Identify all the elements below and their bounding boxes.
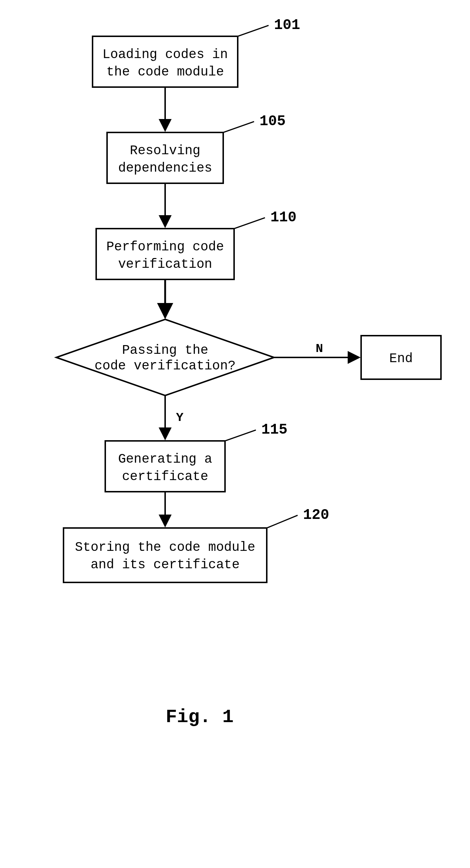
node-101: Loading codes in the code module [93, 36, 238, 87]
node-115: Generating a certificate [105, 441, 225, 492]
ref-110-leader [234, 218, 265, 229]
node-120-line2: and its certificate [91, 557, 240, 572]
figure-caption: Fig. 1 [165, 707, 233, 728]
node-101-line1: Loading codes in [102, 47, 228, 62]
label-Y: Y [176, 411, 184, 425]
svg-rect-6 [64, 528, 267, 582]
ref-115: 115 [261, 422, 287, 438]
node-105-line2: dependencies [118, 161, 212, 176]
node-105: Resolving dependencies [107, 132, 223, 183]
ref-115-leader [225, 430, 256, 441]
ref-110: 110 [270, 209, 297, 226]
decision-line2: code verification? [95, 359, 236, 373]
decision-line1: Passing the [122, 343, 208, 358]
node-110-line1: Performing code [106, 239, 224, 254]
flowchart-figure: Loading codes in the code module 101 Res… [0, 0, 470, 868]
node-105-line1: Resolving [130, 143, 200, 158]
ref-101: 101 [274, 17, 300, 33]
node-115-line1: Generating a [118, 452, 212, 467]
node-110-line2: verification [118, 257, 212, 272]
node-101-line2: the code module [106, 65, 224, 79]
node-120-line1: Storing the code module [75, 540, 256, 555]
node-120: Storing the code module and its certific… [64, 528, 267, 582]
label-N: N [316, 342, 323, 356]
node-115-line2: certificate [122, 469, 208, 484]
ref-101-leader [238, 25, 269, 36]
ref-120-leader [267, 515, 298, 528]
ref-105-leader [223, 122, 254, 132]
node-end: End [361, 336, 441, 379]
end-label: End [389, 351, 413, 366]
node-110: Performing code verification [96, 229, 234, 279]
ref-105: 105 [259, 113, 286, 130]
ref-120: 120 [303, 507, 329, 523]
node-decision: Passing the code verification? [56, 319, 274, 396]
